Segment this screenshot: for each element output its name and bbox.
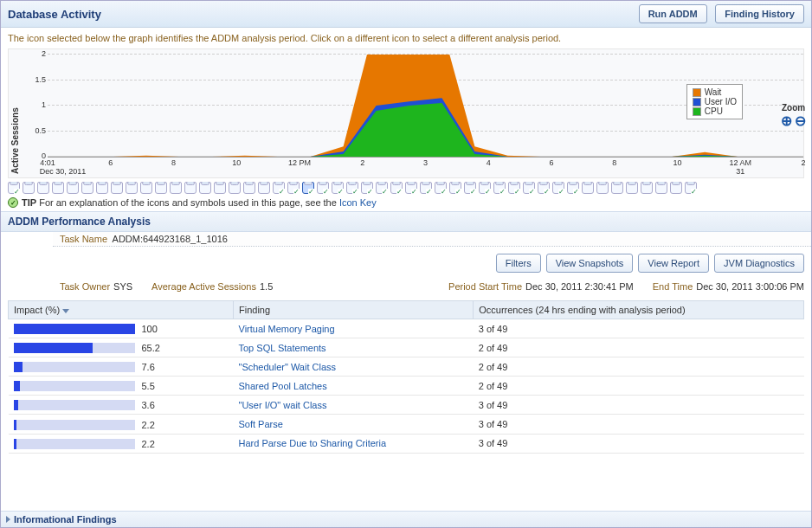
occurrences-cell: 3 of 49: [474, 415, 804, 434]
analysis-period-icon[interactable]: [317, 182, 329, 194]
analysis-period-icon[interactable]: [81, 182, 93, 194]
analysis-period-icon[interactable]: [420, 182, 432, 194]
occurrences-cell: 2 of 49: [474, 377, 804, 396]
analysis-period-icon[interactable]: [685, 182, 697, 194]
analysis-period-icon[interactable]: [287, 182, 300, 194]
analysis-period-icon[interactable]: [258, 182, 270, 194]
analysis-period-icon[interactable]: [449, 182, 461, 194]
analysis-period-icon[interactable]: [111, 182, 123, 194]
chart-y-axis-label: Active Sessions: [9, 49, 22, 177]
jvm-diagnostics-button[interactable]: JVM Diagnostics: [714, 254, 804, 273]
occurrences-cell: 3 of 49: [474, 319, 804, 338]
analysis-period-icon[interactable]: [538, 182, 550, 194]
legend-wait: Wait: [693, 87, 737, 97]
analysis-period-icon[interactable]: [52, 182, 64, 194]
finding-link[interactable]: "User I/O" wait Class: [239, 400, 327, 410]
expand-icon: [6, 516, 10, 523]
analysis-period-icon[interactable]: [641, 182, 653, 194]
analysis-metadata: Task OwnerSYS Average Active Sessions1.5…: [1, 280, 811, 300]
analysis-period-icon[interactable]: [214, 182, 226, 194]
impact-cell: 65.2: [9, 338, 234, 357]
table-row: 2.2Hard Parse Due to Sharing Criteria3 o…: [9, 434, 804, 453]
analysis-period-icon[interactable]: [435, 182, 447, 194]
informational-findings-header[interactable]: Informational Findings: [1, 511, 811, 527]
occurrences-cell: 3 of 49: [474, 396, 804, 415]
finding-link[interactable]: Top SQL Statements: [239, 343, 326, 353]
table-row: 65.2Top SQL Statements2 of 49: [9, 338, 804, 357]
zoom-controls: Zoom ⊕ ⊖: [781, 103, 806, 129]
impact-cell: 7.6: [9, 357, 234, 377]
analysis-period-icon[interactable]: [405, 182, 417, 194]
analysis-period-icon[interactable]: [23, 182, 35, 194]
impact-cell: 5.5: [9, 377, 234, 396]
analysis-period-icon[interactable]: [243, 182, 255, 194]
analysis-period-icon[interactable]: [273, 182, 285, 194]
filters-button[interactable]: Filters: [496, 254, 541, 273]
impact-cell: 100: [9, 319, 234, 338]
analysis-period-icon[interactable]: [567, 182, 579, 194]
col-occurrences[interactable]: Occurrences (24 hrs ending with analysis…: [474, 301, 804, 319]
analysis-period-icon[interactable]: [140, 182, 152, 194]
section-title: Database Activity: [8, 8, 101, 21]
analysis-period-icon[interactable]: [464, 182, 476, 194]
legend-user-io: User I/O: [693, 97, 737, 106]
analysis-period-icons: [8, 182, 804, 194]
task-name-row: Task Name ADDM:644923168_1_1016: [53, 232, 811, 247]
analysis-period-icon[interactable]: [596, 182, 609, 194]
analysis-period-icon[interactable]: [670, 182, 682, 194]
zoom-out-icon[interactable]: ⊖: [795, 113, 806, 128]
zoom-in-icon[interactable]: ⊕: [781, 113, 792, 128]
legend-cpu: CPU: [693, 106, 737, 116]
analysis-period-icon[interactable]: [376, 182, 388, 194]
analysis-period-icon[interactable]: [611, 182, 623, 194]
analysis-button-bar: Filters View Snapshots View Report JVM D…: [1, 247, 811, 280]
analysis-period-icon[interactable]: [37, 182, 49, 194]
finding-link[interactable]: Virtual Memory Paging: [239, 324, 335, 334]
occurrences-cell: 3 of 49: [474, 434, 804, 453]
findings-table: Impact (%) Finding Occurrences (24 hrs e…: [8, 300, 804, 454]
analysis-period-icon[interactable]: [346, 182, 358, 194]
analysis-period-icon[interactable]: [170, 182, 182, 194]
analysis-period-hint: The icon selected below the graph identi…: [1, 28, 811, 43]
analysis-period-icon[interactable]: [508, 182, 520, 194]
col-finding[interactable]: Finding: [234, 301, 474, 319]
analysis-period-icon[interactable]: [390, 182, 403, 194]
view-snapshots-button[interactable]: View Snapshots: [546, 254, 634, 273]
analysis-period-icon[interactable]: [155, 182, 167, 194]
active-sessions-chart: Active Sessions 4:01681012 PM234681012 A…: [8, 48, 804, 178]
analysis-period-icon[interactable]: [332, 182, 344, 194]
finding-history-button[interactable]: Finding History: [715, 4, 804, 23]
analysis-period-icon[interactable]: [184, 182, 197, 194]
impact-cell: 3.6: [9, 396, 234, 415]
analysis-period-icon[interactable]: [626, 182, 638, 194]
analysis-period-icon[interactable]: [655, 182, 667, 194]
analysis-period-icon[interactable]: [582, 182, 594, 194]
analysis-period-icon[interactable]: [126, 182, 138, 194]
table-row: 2.2Soft Parse3 of 49: [9, 415, 804, 434]
finding-link[interactable]: Shared Pool Latches: [239, 381, 327, 391]
finding-link[interactable]: "Scheduler" Wait Class: [239, 362, 337, 372]
analysis-period-icon[interactable]: [8, 182, 20, 194]
analysis-period-icon[interactable]: [67, 182, 79, 194]
analysis-period-icon[interactable]: [229, 182, 241, 194]
analysis-period-icon[interactable]: [493, 182, 506, 194]
analysis-period-icon[interactable]: [479, 182, 491, 194]
icon-key-link[interactable]: Icon Key: [339, 197, 377, 208]
run-addm-button[interactable]: Run ADDM: [639, 4, 707, 23]
analysis-period-icon[interactable]: [302, 182, 314, 194]
tip-icon: ✓: [8, 197, 18, 208]
zoom-label: Zoom: [781, 103, 806, 113]
analysis-period-icon[interactable]: [96, 182, 108, 194]
table-row: 100Virtual Memory Paging3 of 49: [9, 319, 804, 338]
analysis-period-icon[interactable]: [361, 182, 373, 194]
col-impact[interactable]: Impact (%): [9, 301, 234, 319]
analysis-period-icon[interactable]: [523, 182, 535, 194]
view-report-button[interactable]: View Report: [638, 254, 709, 273]
analysis-period-icon[interactable]: [199, 182, 211, 194]
tip-text: For an explanation of the icons and symb…: [39, 197, 339, 208]
occurrences-cell: 2 of 49: [474, 338, 804, 357]
finding-link[interactable]: Hard Parse Due to Sharing Criteria: [239, 438, 387, 448]
finding-link[interactable]: Soft Parse: [239, 419, 283, 429]
addm-analysis-header: ADDM Performance Analysis: [1, 211, 811, 232]
analysis-period-icon[interactable]: [552, 182, 564, 194]
